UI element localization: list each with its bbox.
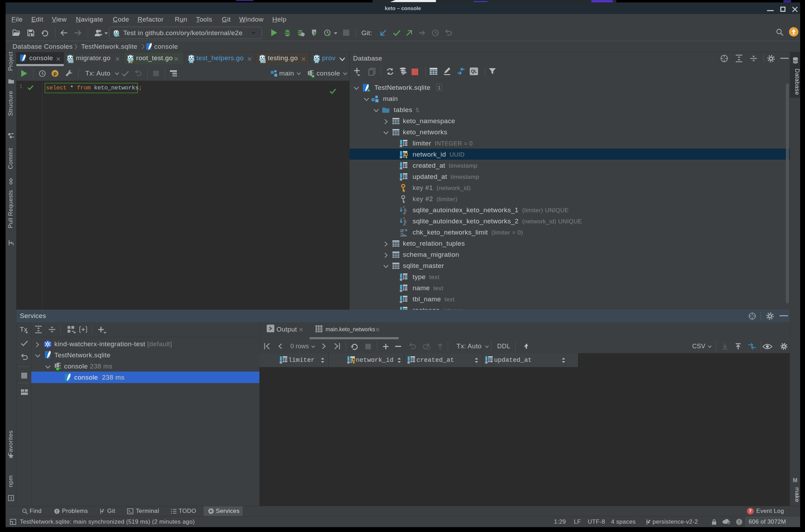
svg-text:make: make xyxy=(794,487,800,502)
svg-text:Database: Database xyxy=(794,69,800,95)
